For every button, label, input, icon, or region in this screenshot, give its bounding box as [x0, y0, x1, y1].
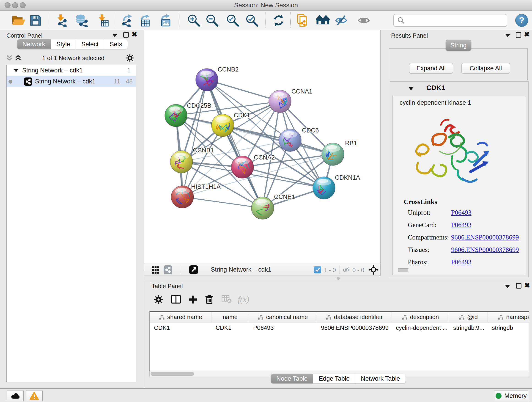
gear-icon[interactable] [126, 54, 134, 62]
table-gear-icon[interactable] [153, 294, 164, 305]
crosslink-link[interactable]: P06493 [451, 258, 472, 266]
collapse-gene-icon[interactable] [409, 87, 413, 90]
table-tabs: Node TableEdge TableNetwork Table [271, 374, 405, 383]
tab-edge-table[interactable]: Edge Table [313, 374, 355, 383]
string-results-tab[interactable]: String [446, 40, 471, 51]
panel-menu-icon[interactable] [505, 285, 510, 288]
table-cell[interactable]: CDK1 [211, 322, 249, 333]
tab-network-table[interactable]: Network Table [355, 374, 405, 383]
zoom-out-icon[interactable] [206, 14, 219, 27]
expand-all-chevron-icon[interactable] [14, 54, 22, 62]
crosslink-link[interactable]: 9606.ENSP00000378699 [451, 234, 519, 241]
table-cell[interactable]: stringdb:9... [449, 322, 488, 333]
network-node-CCNB1[interactable] [170, 151, 193, 173]
export-network-icon[interactable] [121, 14, 133, 27]
tab-style[interactable]: Style [51, 39, 76, 49]
export-table-icon[interactable] [139, 14, 152, 27]
refresh-icon[interactable] [272, 14, 285, 27]
panel-float-icon[interactable] [123, 32, 129, 38]
panel-close-icon[interactable]: ✖ [524, 32, 530, 37]
zoom-in-icon[interactable] [187, 14, 200, 27]
show-panel-eye-icon[interactable] [357, 14, 370, 27]
panel-float-icon[interactable] [516, 283, 521, 288]
table-cell[interactable]: CDK1 [150, 322, 211, 333]
crosslink-link[interactable]: P06493 [451, 209, 472, 216]
network-node-CDC6[interactable] [279, 129, 301, 152]
table-cell[interactable]: cyclin-dependent ... [392, 322, 449, 333]
network-node-HIST1H1A[interactable] [171, 186, 194, 208]
network-node-RB1[interactable] [322, 143, 344, 166]
network-node-CCNA2[interactable] [231, 156, 254, 178]
column-header-namespace[interactable]: namespace [488, 312, 529, 322]
tab-select[interactable]: Select [76, 39, 104, 49]
crosslink-link[interactable]: P06493 [451, 221, 472, 229]
tab-node-table[interactable]: Node Table [271, 374, 313, 383]
home-networks-icon[interactable] [316, 14, 330, 27]
show-columns-icon[interactable] [171, 294, 181, 305]
tree-expand-icon[interactable] [13, 69, 19, 72]
string-documents-icon[interactable] [297, 14, 309, 27]
column-header-shared-name[interactable]: shared name [150, 312, 211, 322]
help-button[interactable]: ? [515, 14, 528, 27]
network-canvas[interactable]: CCNB2CCNA1CDC25BCDK1CDC6RB1CCNB1CCNA2CDK… [144, 30, 380, 264]
column-header-database-identifier[interactable]: database identifier [317, 312, 392, 322]
hide-panel-eye-icon[interactable] [335, 14, 348, 27]
delete-column-icon[interactable] [204, 294, 215, 305]
panel-close-icon[interactable]: ✖ [132, 32, 137, 37]
hidden-counts: 0 - 0 [352, 267, 364, 274]
network-node-CCNB2[interactable] [196, 69, 218, 91]
control-panel-tabs: NetworkStyleSelectSets [17, 39, 128, 49]
search-field[interactable] [393, 14, 507, 27]
tab-network[interactable]: Network [17, 39, 51, 49]
save-session-icon[interactable] [29, 14, 42, 27]
birdseye-view-icon[interactable] [189, 265, 198, 274]
search-input[interactable] [405, 17, 507, 24]
import-network-from-database-icon[interactable] [75, 14, 88, 27]
panel-close-icon[interactable]: ✖ [524, 283, 530, 288]
table-row[interactable]: CDK1CDK1P064939606.ENSP00000378699cyclin… [150, 322, 529, 333]
column-header-canonical-name[interactable]: canonical name [249, 312, 317, 322]
collapse-all-chevron-icon[interactable] [6, 54, 13, 62]
table-cell[interactable]: P06493 [249, 322, 317, 333]
selected-checkbox-icon[interactable] [314, 266, 321, 274]
network-node-CDKN1A[interactable] [313, 177, 335, 199]
mini-scrollbar[interactable] [398, 268, 408, 272]
column-header-name[interactable]: name [211, 312, 249, 322]
node-label-CDK1: CDK1 [234, 112, 250, 119]
import-table-icon[interactable] [96, 14, 109, 27]
warnings-button[interactable] [26, 390, 43, 401]
table-cell[interactable]: stringdb [488, 322, 529, 333]
network-node-CCNA1[interactable] [269, 90, 291, 113]
grid-view-icon[interactable] [151, 266, 160, 274]
open-session-icon[interactable] [12, 14, 26, 27]
cloud-icon [10, 392, 20, 400]
import-network-icon[interactable] [55, 14, 68, 27]
crosslink-link[interactable]: 9606.ENSP00000378699 [451, 246, 519, 254]
column-header-description[interactable]: description [392, 312, 449, 322]
panel-float-icon[interactable] [516, 32, 521, 38]
export-image-icon[interactable] [159, 14, 172, 27]
panel-menu-icon[interactable] [505, 34, 510, 37]
cloud-button[interactable] [7, 390, 24, 401]
panel-menu-icon[interactable] [112, 34, 117, 37]
network-row[interactable]: String Network – cdk1 11 48 [7, 76, 136, 87]
network-node-CDC25B[interactable] [165, 104, 187, 127]
memory-button[interactable]: Memory [494, 390, 528, 401]
network-collection-row[interactable]: String Network – cdk1 1 [7, 65, 136, 76]
column-header-@id[interactable]: @id [449, 312, 488, 322]
table-cell[interactable]: 9606.ENSP00000378699 [317, 322, 392, 333]
splitter-handle[interactable] [337, 277, 340, 280]
tab-sets[interactable]: Sets [104, 39, 128, 49]
network-node-CDK1[interactable] [211, 114, 234, 137]
network-node-CCNE1[interactable] [251, 197, 274, 219]
tree-hierarchy-icon [258, 314, 264, 320]
zoom-selected-icon[interactable] [246, 14, 259, 27]
crosshair-icon[interactable] [368, 265, 379, 275]
expand-all-button[interactable]: Expand All [409, 63, 453, 74]
tree-hierarchy-icon [459, 314, 465, 320]
warning-icon [29, 392, 39, 400]
string-view-icon[interactable] [164, 265, 172, 274]
add-column-icon[interactable] [188, 294, 198, 305]
collapse-all-button[interactable]: Collapse All [461, 63, 510, 74]
zoom-fit-icon[interactable] [226, 14, 239, 27]
